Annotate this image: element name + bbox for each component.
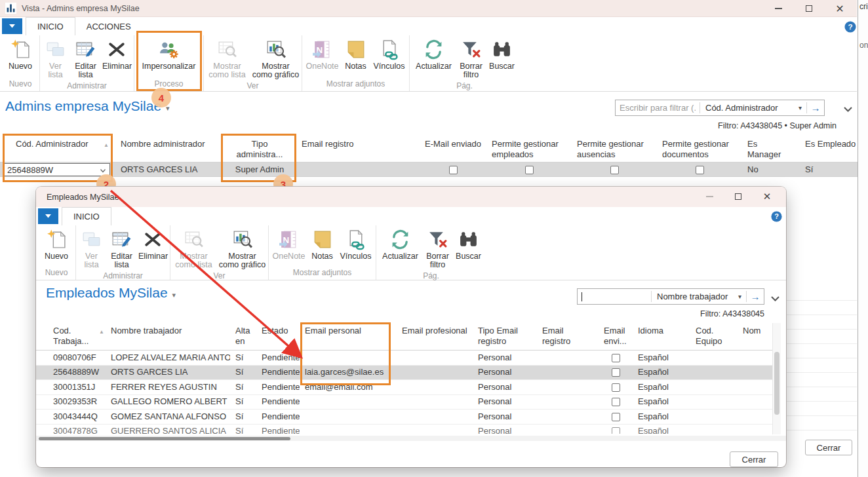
column-header-nom[interactable]: Nom xyxy=(738,323,777,336)
nuevo-button[interactable]: Nuevo xyxy=(3,35,38,72)
modal-maximize-button[interactable] xyxy=(728,188,748,205)
table-row[interactable]: ORTS GARCES LIA Super Admin No Sí xyxy=(0,162,868,177)
modal-page-title[interactable]: Empleados MySilae▾ xyxy=(46,285,176,301)
column-header-cod-equipo[interactable]: Cod. Equipo xyxy=(690,323,738,347)
cod-administrador-combobox[interactable]: 25648889W xyxy=(3,163,110,176)
combobox-caret-icon[interactable] xyxy=(100,165,109,175)
modal-buscar-button[interactable]: Buscar xyxy=(454,225,484,262)
vertical-scrollbar[interactable] xyxy=(772,323,781,434)
eliminar-button[interactable]: Eliminar xyxy=(101,35,134,72)
actualizar-button[interactable]: Actualizar xyxy=(412,35,456,72)
column-header-tipo-email-registro[interactable]: Tipo Email registro xyxy=(473,323,537,347)
column-header-es-manager[interactable]: Es Manager xyxy=(742,136,793,160)
vinculos-button[interactable]: Vínculos xyxy=(370,35,408,72)
email-enviado-checkbox[interactable] xyxy=(612,368,620,377)
horizontal-scrollbar-thumb[interactable] xyxy=(39,437,290,440)
cerrar-button-modal[interactable]: Cerrar xyxy=(730,451,778,467)
filter-field-selector[interactable]: Cód. Administrador xyxy=(700,103,799,113)
column-header-tipo-administrador[interactable]: Tipo administra... xyxy=(223,136,296,160)
app-menu-button[interactable] xyxy=(2,18,22,34)
expand-chevron-icon[interactable] xyxy=(843,104,853,110)
modal-eliminar-button[interactable]: Eliminar xyxy=(137,225,170,262)
table-row[interactable]: 30001351JFERRER REYES AGUSTINSíPendiente… xyxy=(36,380,774,395)
modal-close-button[interactable]: ✕ xyxy=(757,188,777,205)
minimize-button[interactable] xyxy=(767,0,789,17)
filter-status: Filtro: A43438045 • Super Admin xyxy=(718,121,837,130)
column-header-nombre-administrador[interactable]: Nombre administrador xyxy=(115,136,223,149)
permite-empleados-checkbox[interactable] xyxy=(525,166,534,174)
column-header-email-personal[interactable]: Email personal xyxy=(300,323,397,336)
modal-actualizar-button[interactable]: Actualizar xyxy=(379,225,422,262)
permite-ausencias-checkbox[interactable] xyxy=(610,166,619,174)
filter-input[interactable] xyxy=(616,103,700,113)
help-icon[interactable]: ? xyxy=(844,21,856,33)
email-enviado-checkbox[interactable] xyxy=(612,427,620,434)
editar-lista-button[interactable]: Editar lista xyxy=(71,35,101,81)
column-header-permite-ausencias[interactable]: Permite gestionar ausencias xyxy=(572,136,657,160)
table-row-selected[interactable]: 25648889WORTS GARCES LIASíPendientelaia.… xyxy=(36,366,774,381)
email-enviado-checkbox[interactable] xyxy=(612,398,620,406)
column-header-idioma[interactable]: Idioma xyxy=(633,323,690,336)
modal-tab-inicio[interactable]: INICIO xyxy=(62,207,111,225)
column-header-permite-empleados[interactable]: Permite gestionar empleados xyxy=(486,136,572,160)
modal-nuevo-button[interactable]: Nuevo xyxy=(39,225,74,262)
column-header-email-enviado[interactable]: Email envi... xyxy=(599,323,633,347)
column-header-email-enviado[interactable]: E-Mail enviado xyxy=(420,136,486,149)
modal-mostrar-como-lista-button[interactable]: Mostrar como lista xyxy=(171,225,217,271)
horizontal-scrollbar[interactable] xyxy=(36,436,786,441)
group-label-nuevo: Nuevo xyxy=(4,79,37,91)
column-header-email-registro[interactable]: Email registro xyxy=(537,323,599,347)
modal-onenote-button[interactable]: N OneNote xyxy=(270,225,308,262)
table-row[interactable]: 30029353RGALLEGO ROMERO ALBERTSíPendient… xyxy=(36,395,774,410)
modal-notas-button[interactable]: Notas xyxy=(308,225,337,262)
links-chain-icon xyxy=(378,39,400,60)
modal-filter-field-caret-icon[interactable]: ▾ xyxy=(738,293,746,300)
table-row[interactable]: 30043444QGOMEZ SANTANA ALFONSOSíPendient… xyxy=(36,410,774,425)
tab-acciones[interactable]: ACCIONES xyxy=(75,17,142,35)
column-header-cod-trabajador[interactable]: Cod. Trabaja...▲ xyxy=(48,323,106,347)
column-header-estado[interactable]: Estado xyxy=(256,323,300,336)
filter-go-button[interactable]: → xyxy=(807,102,824,113)
email-enviado-checkbox[interactable] xyxy=(612,354,620,362)
mostrar-como-lista-button[interactable]: Mostrar como lista xyxy=(205,35,250,81)
column-header-nombre-trabajador[interactable]: Nombre trabajador xyxy=(106,323,230,336)
modal-help-icon[interactable]: ? xyxy=(771,211,782,222)
cerrar-button-main[interactable]: Cerrar xyxy=(805,440,852,455)
app-chart-icon xyxy=(5,3,16,14)
modal-filter-field-selector[interactable]: Nombre trabajador xyxy=(652,292,738,301)
modal-search-input[interactable] xyxy=(582,292,582,301)
column-header-email-profesional[interactable]: Email profesional xyxy=(397,323,473,336)
buscar-button[interactable]: Buscar xyxy=(487,35,517,72)
table-row[interactable]: 30047878GGUERRERO SANTOS ALICIASíPendien… xyxy=(36,425,774,434)
close-button[interactable]: ✕ xyxy=(829,0,851,17)
modal-filter-go-button[interactable]: → xyxy=(747,291,764,302)
modal-app-menu-button[interactable] xyxy=(38,208,58,224)
email-enviado-checkbox[interactable] xyxy=(449,166,458,174)
table-row[interactable]: 09080706FLOPEZ ALVALEZ MARIA ANTONIASíPe… xyxy=(36,351,774,366)
email-enviado-checkbox[interactable] xyxy=(612,383,620,392)
column-header-email-registro[interactable]: Email registro xyxy=(296,136,420,149)
tab-inicio[interactable]: INICIO xyxy=(26,17,75,35)
filter-field-caret-icon[interactable]: ▾ xyxy=(799,104,806,111)
email-enviado-checkbox[interactable] xyxy=(612,413,620,421)
maximize-button[interactable] xyxy=(798,0,820,17)
modal-expand-chevron-icon[interactable] xyxy=(770,293,780,299)
borrar-filtro-button[interactable]: Borrar filtro xyxy=(456,35,487,81)
modal-minimize-button[interactable] xyxy=(700,188,719,205)
column-header-cod-administrador[interactable]: Cód. Administrador▲ xyxy=(10,136,115,149)
page-title[interactable]: Admins empresa MySilae▾ xyxy=(5,98,170,114)
ver-lista-button[interactable]: Ver lista xyxy=(41,35,71,81)
vertical-scrollbar-thumb[interactable] xyxy=(774,352,779,415)
modal-vinculos-button[interactable]: Vínculos xyxy=(337,225,375,262)
impersonalizar-button[interactable]: Impersonalizar xyxy=(136,35,202,72)
column-header-permite-documentos[interactable]: Permite gestionar documentos xyxy=(657,136,742,160)
notas-button[interactable]: Notas xyxy=(342,35,370,72)
modal-borrar-filtro-button[interactable]: Borrar filtro xyxy=(422,225,454,271)
modal-editar-lista-button[interactable]: Editar lista xyxy=(107,225,137,271)
onenote-button[interactable]: N OneNote xyxy=(304,35,342,72)
permite-documentos-checkbox[interactable] xyxy=(696,166,704,174)
modal-mostrar-como-grafico-button[interactable]: Mostrar como gráfico xyxy=(217,225,268,271)
modal-ver-lista-button[interactable]: Ver lista xyxy=(77,225,107,271)
mostrar-como-grafico-button[interactable]: Mostrar como gráfico xyxy=(250,35,302,81)
column-header-es-empleado[interactable]: Es Empleado xyxy=(793,136,868,149)
